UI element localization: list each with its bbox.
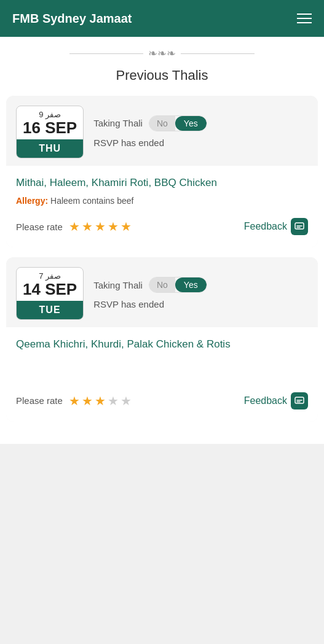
ornament-icon: ❧❧❧ xyxy=(148,47,176,60)
card-top-sep14: 7 صفر 14 SEP TUE Taking Thali No Yes RSV… xyxy=(6,257,318,327)
page-title: Previous Thalis xyxy=(12,65,312,93)
day-sep16: THU xyxy=(17,139,83,158)
card-bottom-sep14: Qeema Khichri, Khurdi, Palak Chicken & R… xyxy=(6,327,318,422)
star-4-sep14[interactable]: ★ xyxy=(108,394,119,408)
arabic-date-sep14: 7 صفر xyxy=(23,271,77,281)
star-5-sep16[interactable]: ★ xyxy=(121,219,132,234)
toggle-yes-sep16[interactable]: Yes xyxy=(175,116,207,131)
date-badge-sep14: 7 صفر 14 SEP TUE xyxy=(16,267,84,320)
taking-thali-row-sep16: Taking Thali No Yes xyxy=(93,115,308,131)
stars-sep16[interactable]: ★ ★ ★ ★ ★ xyxy=(69,219,132,234)
feedback-icon-sep16[interactable] xyxy=(291,218,308,235)
toggle-group-sep14[interactable]: No Yes xyxy=(149,277,207,293)
food-items-sep16: Mithai, Haleem, Khamiri Roti, BBQ Chicke… xyxy=(16,176,308,190)
toggle-no-sep16[interactable]: No xyxy=(149,116,175,131)
feedback-button-sep14[interactable]: Feedback xyxy=(244,392,308,409)
star-3-sep16[interactable]: ★ xyxy=(95,219,106,234)
rsvp-status-sep16: RSVP has ended xyxy=(93,138,164,148)
rating-row-sep16: Please rate ★ ★ ★ ★ ★ Feedback xyxy=(16,218,308,235)
star-2-sep16[interactable]: ★ xyxy=(82,219,93,234)
allergy-placeholder-sep14 xyxy=(16,358,308,382)
app-header: FMB Sydney Jamaat xyxy=(0,0,324,37)
toggle-no-sep14[interactable]: No xyxy=(149,277,175,292)
arabic-date-sep16: 9 صفر xyxy=(23,110,77,119)
date-number-sep14: 14 SEP xyxy=(23,280,77,298)
date-number-sep16: 16 SEP xyxy=(23,118,77,137)
allergy-label-sep16: Allergy: xyxy=(16,196,48,206)
allergy-row-sep16: Allergy: Haleem contains beef xyxy=(16,196,308,206)
card-bottom-sep16: Mithai, Haleem, Khamiri Roti, BBQ Chicke… xyxy=(6,166,318,248)
menu-button[interactable] xyxy=(297,14,312,23)
rsvp-info-sep16: Taking Thali No Yes RSVP has ended xyxy=(93,115,308,149)
cards-container: 9 صفر 16 SEP THU Taking Thali No Yes RSV… xyxy=(0,96,324,444)
star-5-sep14[interactable]: ★ xyxy=(121,394,132,408)
toggle-yes-sep14[interactable]: Yes xyxy=(175,277,207,292)
page-header: ❧❧❧ Previous Thalis xyxy=(0,37,324,96)
day-sep14: TUE xyxy=(17,301,83,319)
rsvp-status-sep14: RSVP has ended xyxy=(93,299,164,309)
stars-sep14[interactable]: ★ ★ ★ ★ ★ xyxy=(69,394,132,408)
star-3-sep14[interactable]: ★ xyxy=(95,394,106,408)
app-title: FMB Sydney Jamaat xyxy=(12,12,132,26)
feedback-icon-sep14[interactable] xyxy=(291,392,308,409)
allergy-text-sep16: Haleem contains beef xyxy=(50,196,133,206)
card-top-sep16: 9 صفر 16 SEP THU Taking Thali No Yes RSV… xyxy=(6,96,318,166)
food-items-sep14: Qeema Khichri, Khurdi, Palak Chicken & R… xyxy=(16,337,308,352)
rsvp-info-sep14: Taking Thali No Yes RSVP has ended xyxy=(93,277,308,310)
rating-label-sep14: Please rate xyxy=(16,395,63,406)
toggle-group-sep16[interactable]: No Yes xyxy=(149,115,207,131)
star-1-sep16[interactable]: ★ xyxy=(69,219,80,234)
rating-row-sep14: Please rate ★ ★ ★ ★ ★ Feedback xyxy=(16,392,308,409)
taking-thali-label-sep16: Taking Thali xyxy=(93,118,143,128)
thali-card-sep16: 9 صفر 16 SEP THU Taking Thali No Yes RSV… xyxy=(6,96,318,247)
feedback-label-sep16[interactable]: Feedback xyxy=(244,221,287,232)
star-2-sep14[interactable]: ★ xyxy=(82,394,93,408)
thali-card-sep14: 7 صفر 14 SEP TUE Taking Thali No Yes RSV… xyxy=(6,257,318,421)
taking-thali-row-sep14: Taking Thali No Yes xyxy=(93,277,308,293)
date-badge-sep16: 9 صفر 16 SEP THU xyxy=(16,106,84,158)
taking-thali-label-sep14: Taking Thali xyxy=(93,280,143,290)
rating-label-sep16: Please rate xyxy=(16,222,63,232)
feedback-button-sep16[interactable]: Feedback xyxy=(244,218,308,235)
feedback-label-sep14[interactable]: Feedback xyxy=(244,395,287,406)
star-1-sep14[interactable]: ★ xyxy=(69,394,80,408)
decorative-divider: ❧❧❧ xyxy=(12,47,312,60)
star-4-sep16[interactable]: ★ xyxy=(108,219,119,234)
